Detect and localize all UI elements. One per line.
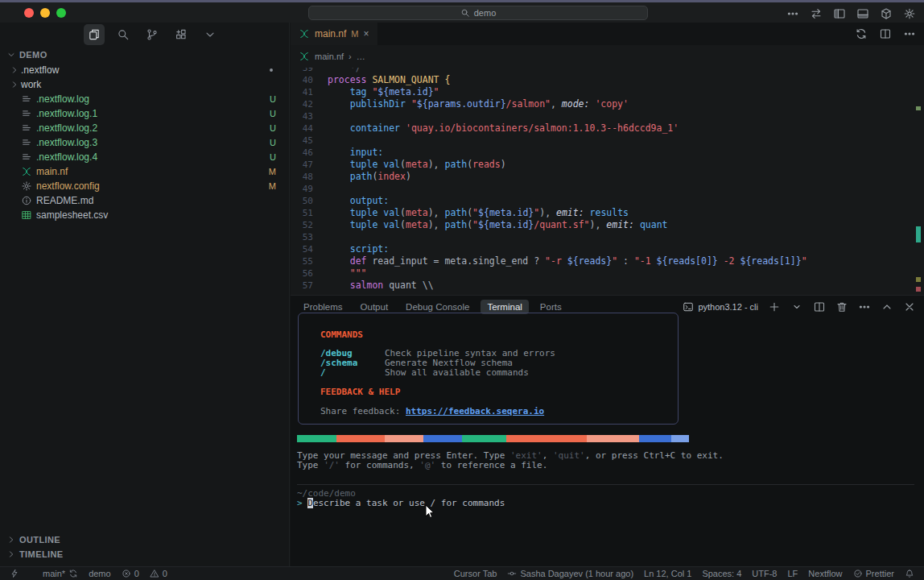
nextflow-icon — [21, 166, 32, 177]
file-main.nf[interactable]: main.nfM — [0, 164, 289, 179]
statusbar-item-cursor-tab[interactable]: Cursor Tab — [454, 569, 497, 578]
panel-tab-problems[interactable]: Problems — [297, 300, 349, 314]
code-line-44[interactable]: 44 container 'quay.io/biocontainers/salm… — [291, 122, 924, 135]
tab-main-nf[interactable]: main.nf M × — [291, 23, 377, 45]
code-viewport[interactable]: 39 */40process SALMON_QUANT {41 tag "${m… — [291, 68, 924, 295]
code-line-40[interactable]: 40process SALMON_QUANT { — [291, 74, 924, 86]
statusbar-item-spaces-4[interactable]: Spaces: 4 — [702, 569, 741, 578]
file-.nextflow.log.1[interactable]: .nextflow.log.1U — [0, 106, 289, 121]
activity-source-control-button[interactable] — [142, 24, 163, 45]
statusbar-item-sasha-dagayev-1-hour-ago[interactable]: Sasha Dagayev (1 hour ago) — [507, 569, 633, 578]
activity-files-button[interactable] — [84, 24, 105, 45]
close-window-button[interactable] — [24, 8, 34, 18]
close-icon[interactable] — [903, 300, 916, 313]
trash-icon[interactable] — [835, 300, 848, 313]
plus-icon[interactable] — [768, 300, 781, 313]
code-line-48[interactable]: 48 path(index) — [291, 171, 924, 183]
file-nextflow.config[interactable]: nextflow.configM — [0, 179, 289, 193]
folder-.nextflow[interactable]: .nextflow — [0, 63, 289, 77]
file-.nextflow.log.2[interactable]: .nextflow.log.2U — [0, 121, 289, 135]
panel-tab-terminal[interactable]: Terminal — [481, 300, 528, 314]
statusbar-item-utf-8[interactable]: UTF-8 — [752, 569, 777, 578]
code-line-45[interactable]: 45 — [291, 135, 924, 147]
file-.nextflow.log.4[interactable]: .nextflow.log.4U — [0, 150, 289, 164]
code-line-51[interactable]: 51 tuple val(meta), path("${meta.id}"), … — [291, 207, 924, 219]
code-line-43[interactable]: 43 — [291, 110, 924, 122]
more-icon[interactable] — [786, 7, 799, 20]
tab-label: main.nf — [315, 28, 346, 39]
code-line-50[interactable]: 50 output: — [291, 195, 924, 207]
more-icon[interactable] — [903, 27, 916, 40]
statusbar-item-bell[interactable] — [905, 569, 914, 578]
panel-tab-debug-console[interactable]: Debug Console — [399, 300, 476, 314]
breadcrumb-file[interactable]: main.nf — [315, 52, 344, 61]
layout-sidebar-icon[interactable] — [833, 7, 846, 20]
file-.nextflow.log.3[interactable]: .nextflow.log.3U — [0, 135, 289, 150]
cli-prompt[interactable]: > Describe a task or use / for commands — [297, 498, 505, 508]
code-token: ${params.outdir} — [417, 98, 506, 110]
breadcrumb-more[interactable]: … — [357, 52, 365, 61]
sidebar-section-timeline[interactable]: TIMELINE — [0, 547, 289, 561]
search-icon — [460, 8, 470, 18]
activity-extensions-button[interactable] — [171, 24, 192, 45]
line-number: 43 — [291, 110, 328, 122]
prompt-placeholder[interactable]: Describe a task or use / for commands — [307, 498, 505, 508]
minimize-window-button[interactable] — [40, 8, 50, 18]
file-name: .nextflow.log — [36, 93, 270, 105]
breadcrumb[interactable]: main.nf › … — [291, 45, 924, 68]
chevron-up-icon[interactable] — [881, 300, 893, 313]
swap-arrows-icon[interactable] — [810, 7, 823, 20]
code-line-42[interactable]: 42 publishDir "${params.outdir}/salmon",… — [291, 98, 924, 110]
cube-icon[interactable] — [880, 7, 893, 20]
more-icon[interactable] — [858, 300, 871, 313]
tab-close-icon[interactable]: × — [364, 28, 369, 39]
layout-panel-icon[interactable] — [856, 7, 869, 20]
line-number: 45 — [291, 135, 328, 147]
file-README.md[interactable]: README.md — [0, 193, 289, 208]
run-cycle-icon[interactable] — [855, 27, 868, 40]
statusbar-item-main[interactable]: main* — [30, 569, 78, 578]
statusbar-item-ln-12-col-1[interactable]: Ln 12, Col 1 — [644, 569, 691, 578]
code-line-54[interactable]: 54 script: — [291, 243, 924, 255]
activity-search-button[interactable] — [113, 24, 134, 45]
feedback-link[interactable]: https://feedback.seqera.io — [406, 406, 544, 416]
code-line-53[interactable]: 53 — [291, 231, 924, 243]
code-line-46[interactable]: 46 input: — [291, 147, 924, 159]
code-token: ) — [501, 159, 506, 171]
code-line-56[interactable]: 56 """ — [291, 267, 924, 280]
zoom-window-button[interactable] — [56, 8, 66, 18]
activity-chevron-down-button[interactable] — [200, 24, 221, 45]
chevron-right-icon — [10, 65, 19, 75]
file-samplesheet.csv[interactable]: samplesheet.csv — [0, 208, 289, 222]
code-line-52[interactable]: 52 tuple val(meta), path("${meta.id}/qua… — [291, 219, 924, 231]
split-editor-icon[interactable] — [879, 27, 892, 40]
code-line-55[interactable]: 55 def read_input = meta.single_end ? "-… — [291, 255, 924, 267]
terminal-instance-label[interactable]: python3.12 - cli — [683, 301, 758, 313]
file-.nextflow.log[interactable]: .nextflow.logU — [0, 92, 289, 106]
statusbar-item-0[interactable]: 0 — [122, 569, 139, 578]
code-line-41[interactable]: 41 tag "${meta.id}" — [291, 86, 924, 98]
explorer-section-header[interactable]: DEMO — [6, 50, 47, 60]
chevron-down-sm-icon[interactable] — [790, 300, 803, 313]
statusbar-item-0[interactable]: 0 — [150, 569, 167, 578]
split-editor-icon[interactable] — [813, 300, 826, 313]
settings-gear-icon[interactable] — [903, 7, 916, 20]
code-line-39[interactable]: 39 */ — [291, 68, 924, 74]
color-bar-segment — [297, 435, 336, 442]
statusbar-item-demo[interactable]: demo — [89, 569, 111, 578]
code-line-49[interactable]: 49 — [291, 183, 924, 195]
statusbar-item-lf[interactable]: LF — [788, 569, 798, 578]
command-center-search[interactable]: demo — [308, 6, 648, 20]
sidebar-section-outline[interactable]: OUTLINE — [0, 532, 289, 547]
terminal-content[interactable]: COMMANDS /debugCheck pipeline syntax and… — [291, 317, 924, 566]
folder-work[interactable]: work — [0, 77, 289, 92]
color-bar-segment — [587, 435, 639, 442]
statusbar-item-lightning[interactable] — [10, 569, 19, 578]
statusbar-item-prettier[interactable]: Prettier — [853, 569, 894, 578]
chevron-down-icon — [6, 50, 16, 60]
statusbar-item-nextflow[interactable]: Nextflow — [808, 569, 842, 578]
code-line-47[interactable]: 47 tuple val(meta), path(reads) — [291, 159, 924, 171]
panel-tab-output[interactable]: Output — [354, 300, 395, 314]
panel-tab-ports[interactable]: Ports — [534, 300, 568, 314]
code-line-57[interactable]: 57 salmon quant \\ — [291, 280, 924, 292]
